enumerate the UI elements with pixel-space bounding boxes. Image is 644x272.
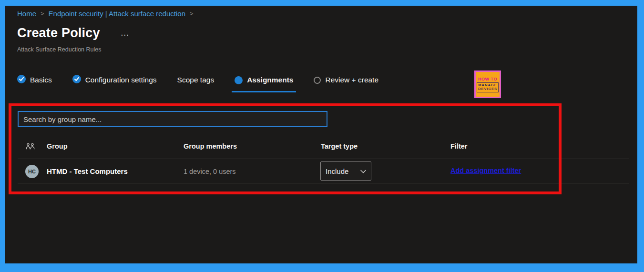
tab-label: Basics [30,76,52,84]
breadcrumb-separator: > [190,10,194,17]
tab-scope-tags[interactable]: Scope tags [177,73,215,87]
tab-review-create[interactable]: Review + create [314,73,378,87]
htmd-logo-box: MANAGE DEVICES [477,82,499,92]
add-assignment-filter-link[interactable]: Add assignment filter [450,167,521,174]
check-circle-icon [17,75,26,85]
tab-basics[interactable]: Basics [17,73,52,87]
htmd-logo-text: HOW TO [478,77,497,81]
breadcrumb: Home > Endpoint security | Attack surfac… [17,10,194,18]
tab-label: Configuration settings [85,76,157,84]
column-header-group[interactable]: Group [47,142,68,150]
group-members-cell: 1 device, 0 users [184,168,236,175]
breadcrumb-home-link[interactable]: Home [17,10,36,18]
check-circle-icon [72,75,81,85]
breadcrumb-separator: > [41,10,44,17]
active-tab-underline [232,91,296,92]
search-input[interactable] [18,111,327,127]
column-header-filter[interactable]: Filter [450,142,467,150]
target-type-value: Include [326,167,348,175]
tab-configuration-settings[interactable]: Configuration settings [72,73,157,87]
row-divider [18,183,629,183]
avatar: HC [25,165,39,178]
page-subtitle: Attack Surface Reduction Rules [17,46,101,53]
tab-assignments[interactable]: Assignments [235,73,293,87]
row-divider [18,159,629,159]
wizard-steps: Basics Configuration settings Scope tags… [17,73,378,87]
tab-label: Assignments [247,76,293,84]
htmd-logo: HOW TO MANAGE DEVICES [474,71,501,98]
more-options-icon[interactable]: ⋯ [121,30,130,40]
tab-label: Review + create [325,76,378,84]
target-type-dropdown[interactable]: Include [320,161,371,181]
htmd-logo-text: DEVICES [478,87,497,91]
chevron-down-icon [360,167,366,175]
column-header-target-type[interactable]: Target type [321,142,358,150]
group-people-icon [26,143,35,152]
tab-label: Scope tags [177,76,215,84]
app-window: Home > Endpoint security | Attack surfac… [0,0,644,272]
breadcrumb-endpoint-security-link[interactable]: Endpoint security | Attack surface reduc… [49,10,185,18]
column-header-group-members[interactable]: Group members [184,142,237,150]
active-step-dot-icon [235,76,243,84]
group-name-cell[interactable]: HTMD - Test Computers [47,167,128,175]
pending-step-circle-icon [314,77,321,84]
page-title: Create Policy [17,26,100,40]
portal-panel [5,6,637,263]
